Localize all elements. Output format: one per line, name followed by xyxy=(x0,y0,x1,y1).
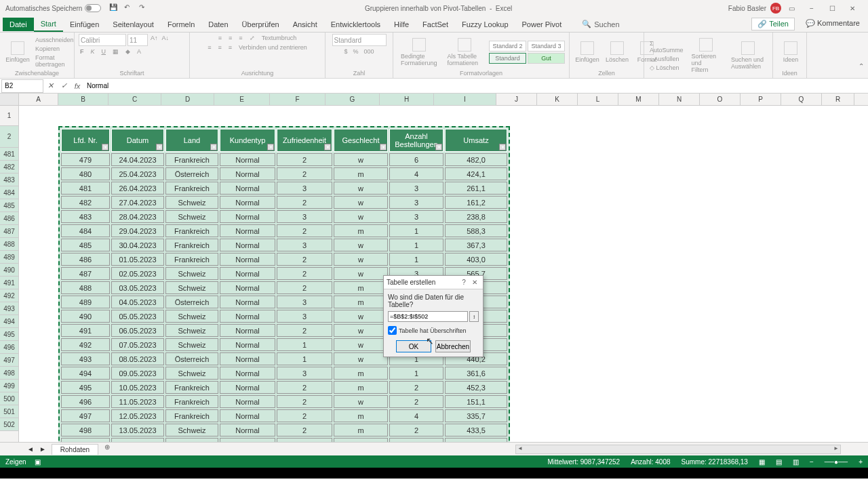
headers-checkbox[interactable] xyxy=(388,326,397,335)
tab-hilfe[interactable]: Hilfe xyxy=(387,18,416,31)
table-header[interactable]: Land▾ xyxy=(165,129,218,152)
view-normal-icon[interactable]: ▦ xyxy=(759,458,765,466)
table-cell[interactable]: m xyxy=(334,167,388,180)
horizontal-scrollbar[interactable] xyxy=(515,445,841,454)
view-layout-icon[interactable]: ▤ xyxy=(776,458,782,466)
table-cell[interactable]: 01.05.2023 xyxy=(111,253,164,266)
table-cell[interactable]: 487 xyxy=(61,267,110,280)
table-cell[interactable]: 367,3 xyxy=(445,239,507,251)
table-cell[interactable]: 261,1 xyxy=(445,182,507,195)
table-cell[interactable]: 08.05.2023 xyxy=(111,352,164,365)
table-cell[interactable]: 3 xyxy=(277,310,332,323)
paste-button[interactable]: Einfügen xyxy=(4,40,31,64)
table-cell[interactable]: 2 xyxy=(277,167,332,180)
table-cell[interactable]: 04.05.2023 xyxy=(111,296,164,308)
table-cell[interactable]: 10.05.2023 xyxy=(111,381,164,394)
row-header[interactable]: 491 xyxy=(0,277,18,289)
table-cell[interactable]: 2 xyxy=(277,253,332,266)
table-cell[interactable]: 3 xyxy=(389,210,443,223)
row-header[interactable]: 1 xyxy=(0,106,18,126)
column-header[interactable]: C xyxy=(108,94,161,105)
range-input[interactable] xyxy=(388,311,468,322)
row-header[interactable]: 492 xyxy=(0,289,18,302)
table-cell[interactable]: Frankreich xyxy=(165,182,218,195)
table-cell[interactable]: 485 xyxy=(61,239,110,251)
table-cell[interactable]: Schweiz xyxy=(165,324,218,337)
table-cell[interactable]: 3 xyxy=(277,210,332,223)
table-cell[interactable]: 02.05.2023 xyxy=(111,267,164,280)
add-sheet-icon[interactable]: ⊕ xyxy=(101,443,113,455)
zoom-out-icon[interactable]: − xyxy=(810,458,814,466)
row-header[interactable]: 488 xyxy=(0,238,18,251)
row-header[interactable]: 487 xyxy=(0,225,18,238)
decrease-font-icon[interactable]: A↓ xyxy=(161,34,171,46)
table-cell[interactable]: m xyxy=(334,224,388,237)
table-cell[interactable]: 1 xyxy=(277,352,332,365)
table-cell[interactable]: 494 xyxy=(61,367,110,380)
table-cell[interactable]: w xyxy=(334,338,388,351)
table-cell[interactable]: w xyxy=(334,395,388,408)
table-cell[interactable]: 493 xyxy=(61,352,110,365)
table-cell[interactable]: 491 xyxy=(61,324,110,337)
tab-start[interactable]: Start xyxy=(34,17,63,32)
table-cell[interactable]: 499 xyxy=(61,438,110,442)
table-cell[interactable]: Frankreich xyxy=(165,438,218,442)
tab-ueberpruefen[interactable]: Überprüfen xyxy=(235,18,286,31)
row-header[interactable]: 483 xyxy=(0,174,18,186)
table-cell[interactable]: 192,3 xyxy=(445,438,507,442)
table-cell[interactable]: 483 xyxy=(61,210,110,223)
ok-button[interactable]: OK xyxy=(396,340,431,352)
table-cell[interactable]: 403,0 xyxy=(445,253,507,266)
column-header[interactable]: L xyxy=(578,94,618,105)
avatar[interactable]: FB xyxy=(770,3,781,14)
table-cell[interactable]: 2 xyxy=(277,324,332,337)
autosum-button[interactable]: Σ AutoSumme xyxy=(648,39,685,54)
row-header[interactable]: 500 xyxy=(0,392,18,405)
table-cell[interactable]: 433,5 xyxy=(445,424,507,436)
table-cell[interactable]: w xyxy=(334,310,388,323)
row-header[interactable]: 486 xyxy=(0,212,18,225)
table-cell[interactable]: 12.05.2023 xyxy=(111,409,164,422)
range-picker-icon[interactable]: ↕ xyxy=(469,311,479,322)
table-cell[interactable]: Frankreich xyxy=(165,395,218,408)
column-header[interactable]: A xyxy=(19,94,58,105)
table-cell[interactable]: 484 xyxy=(61,224,110,237)
column-header[interactable]: G xyxy=(326,94,380,105)
filter-icon[interactable]: ▾ xyxy=(102,144,108,150)
sheet-nav-next-icon[interactable]: ► xyxy=(39,445,46,453)
table-cell[interactable]: Normal xyxy=(220,367,275,380)
table-cell[interactable]: m xyxy=(334,381,388,394)
row-header[interactable]: 502 xyxy=(0,418,18,431)
table-cell[interactable]: 03.05.2023 xyxy=(111,281,164,294)
find-select-button[interactable]: Suchen und Auswählen xyxy=(727,40,768,71)
table-cell[interactable]: w xyxy=(334,267,388,280)
table-cell[interactable]: 11.05.2023 xyxy=(111,395,164,408)
table-cell[interactable]: Normal xyxy=(220,324,275,337)
table-cell[interactable]: Normal xyxy=(220,224,275,237)
undo-icon[interactable]: ↶ xyxy=(124,3,134,13)
border-icon[interactable]: ▦ xyxy=(111,47,120,56)
table-cell[interactable]: w xyxy=(334,438,388,442)
filter-icon[interactable]: ▾ xyxy=(435,144,442,150)
table-cell[interactable]: Normal xyxy=(220,239,275,251)
headers-checkbox-label[interactable]: Tabelle hat Überschriften xyxy=(388,326,479,335)
table-cell[interactable]: 2 xyxy=(389,395,443,408)
table-cell[interactable]: Frankreich xyxy=(165,381,218,394)
number-format-select[interactable] xyxy=(332,34,387,46)
increase-font-icon[interactable]: A↑ xyxy=(149,34,159,46)
underline-icon[interactable]: U xyxy=(100,47,108,56)
table-cell[interactable]: Österreich xyxy=(165,296,218,308)
table-cell[interactable]: Frankreich xyxy=(165,253,218,266)
autosave-toggle[interactable]: Automatisches Speichern xyxy=(5,4,101,12)
align-left-icon[interactable]: ≡ xyxy=(206,43,212,52)
sheet-tab-rohdaten[interactable]: Rohdaten xyxy=(52,444,98,455)
align-mid-icon[interactable]: ≡ xyxy=(227,34,233,42)
table-cell[interactable]: 335,7 xyxy=(445,409,507,422)
table-cell[interactable]: 488 xyxy=(61,281,110,294)
table-cell[interactable]: 2 xyxy=(277,381,332,394)
clear-button[interactable]: ◇ Löschen xyxy=(648,64,685,72)
table-cell[interactable]: m xyxy=(334,281,388,294)
filter-icon[interactable]: ▾ xyxy=(380,144,387,150)
row-header[interactable]: 495 xyxy=(0,328,18,341)
table-cell[interactable]: 28.04.2023 xyxy=(111,210,164,223)
